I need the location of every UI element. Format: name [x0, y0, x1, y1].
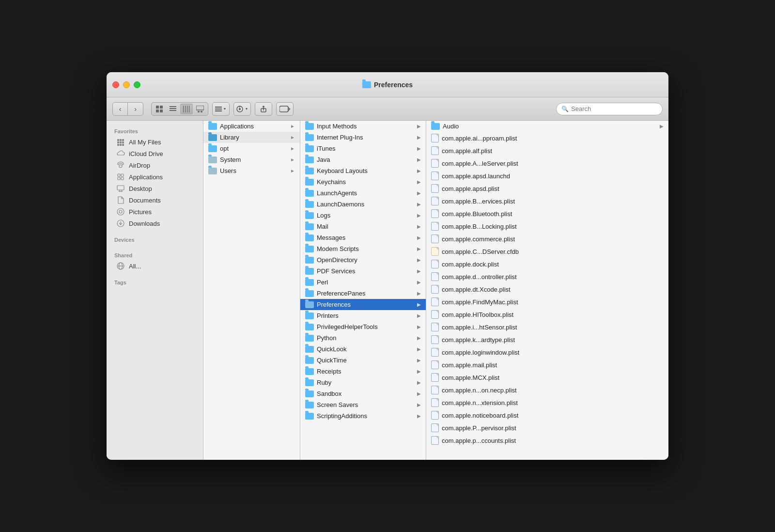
action-button[interactable] — [233, 102, 251, 116]
col1-item-system[interactable]: System ► — [203, 154, 300, 165]
column-1: Applications ► Library ► opt ► System ► — [203, 121, 300, 460]
col3-item-label: com.apple.n...on.necp.plist — [442, 387, 664, 394]
col2-item[interactable]: iTunes▶ — [300, 143, 426, 154]
col2-item[interactable]: Java▶ — [300, 154, 426, 165]
col2-item-label: Screen Savers — [317, 401, 417, 408]
back-button[interactable]: ‹ — [112, 102, 128, 116]
col2-item[interactable]: Preferences▶ — [300, 299, 426, 310]
col3-item[interactable]: com.apple.ai...pproam.plist — [426, 132, 668, 144]
col3-item[interactable]: com.apple.C...DServer.cfdb — [426, 245, 668, 258]
col2-item[interactable]: Screen Savers▶ — [300, 399, 426, 410]
col2-item[interactable]: PrivilegedHelperTools▶ — [300, 321, 426, 332]
col3-item[interactable]: Audio▶ — [426, 121, 668, 132]
col2-item[interactable]: PDF Services▶ — [300, 266, 426, 277]
col3-item[interactable]: com.apple.p...ccounts.plist — [426, 434, 668, 447]
list-view-button[interactable] — [167, 104, 179, 114]
col2-item[interactable]: Receipts▶ — [300, 366, 426, 377]
col3-item[interactable]: com.apple.B...Locking.plist — [426, 220, 668, 233]
traffic-lights — [112, 81, 140, 88]
svg-rect-40 — [117, 186, 124, 190]
col3-item[interactable]: com.apple.d...ontroller.plist — [426, 270, 668, 283]
sidebar-item-pictures[interactable]: Pictures — [108, 206, 201, 218]
folder-icon — [305, 156, 314, 163]
col3-item[interactable]: com.apple.FindMyMac.plist — [426, 296, 668, 308]
col2-item[interactable]: Sandbox▶ — [300, 388, 426, 399]
col2-item[interactable]: LaunchAgents▶ — [300, 188, 426, 199]
col2-item[interactable]: Messages▶ — [300, 232, 426, 243]
downloads-icon — [116, 219, 125, 228]
arrow-icon: ▶ — [417, 402, 421, 407]
sidebar-item-all[interactable]: All... — [108, 260, 201, 272]
folder-icon — [305, 235, 314, 241]
col3-item[interactable]: com.apple.dt.Xcode.plist — [426, 283, 668, 296]
col1-item-library[interactable]: Library ► — [203, 132, 300, 143]
col3-item[interactable]: com.apple.MCX.plist — [426, 371, 668, 384]
forward-button[interactable]: › — [128, 102, 143, 116]
col2-item[interactable]: Keychains▶ — [300, 176, 426, 188]
col3-item[interactable]: com.apple.HIToolbox.plist — [426, 308, 668, 321]
folder-icon — [305, 368, 314, 375]
folder-icon — [305, 257, 314, 264]
col2-item[interactable]: Internet Plug-Ins▶ — [300, 132, 426, 143]
col2-item[interactable]: Logs▶ — [300, 210, 426, 221]
col3-item[interactable]: com.apple.i...htSensor.plist — [426, 321, 668, 333]
col3-item[interactable]: com.apple.mail.plist — [426, 359, 668, 371]
col3-item[interactable]: com.apple.dock.plist — [426, 258, 668, 270]
col3-item[interactable]: com.apple.apsd.plist — [426, 182, 668, 195]
col2-item[interactable]: Python▶ — [300, 332, 426, 344]
col3-item[interactable]: com.apple.noticeboard.plist — [426, 409, 668, 422]
svg-rect-37 — [121, 174, 124, 176]
col3-item[interactable]: com.apple.Bluetooth.plist — [426, 207, 668, 220]
sidebar-item-all-my-files[interactable]: All My Files — [108, 136, 201, 148]
col2-item[interactable]: Modem Scripts▶ — [300, 243, 426, 254]
share-button[interactable] — [255, 102, 272, 116]
search-input[interactable] — [571, 105, 657, 112]
icon-view-button[interactable] — [153, 104, 166, 114]
col2-item[interactable]: QuickTime▶ — [300, 355, 426, 366]
col3-item[interactable]: com.apple.loginwindow.plist — [426, 346, 668, 359]
file-icon — [431, 423, 439, 432]
col2-item[interactable]: Ruby▶ — [300, 377, 426, 388]
col2-item[interactable]: Mail▶ — [300, 221, 426, 232]
col2-item[interactable]: Perl▶ — [300, 277, 426, 288]
col3-item[interactable]: com.apple.apsd.launchd — [426, 170, 668, 182]
col2-item[interactable]: Input Methods▶ — [300, 121, 426, 132]
sidebar-item-airdrop[interactable]: AirDrop — [108, 159, 201, 171]
sidebar-item-icloud[interactable]: iCloud Drive — [108, 148, 201, 159]
search-box[interactable]: 🔍 — [556, 103, 663, 115]
file-icon — [431, 247, 439, 256]
gallery-view-button[interactable] — [194, 104, 206, 114]
col3-item[interactable]: com.apple.A...leServer.plist — [426, 157, 668, 170]
column-view-button[interactable] — [180, 104, 193, 114]
col2-item[interactable]: OpenDirectory▶ — [300, 254, 426, 266]
sidebar-item-applications[interactable]: Applications — [108, 171, 201, 183]
col2-item-label: Preferences — [317, 301, 417, 308]
close-button[interactable] — [112, 81, 119, 88]
col2-item[interactable]: Printers▶ — [300, 310, 426, 321]
sidebar-item-documents[interactable]: Documents — [108, 194, 201, 206]
col3-item[interactable]: com.apple.B...ervices.plist — [426, 195, 668, 207]
tag-button[interactable] — [276, 102, 294, 116]
col2-item[interactable]: QuickLook▶ — [300, 344, 426, 355]
col3-item[interactable]: com.apple.alf.plist — [426, 144, 668, 157]
col1-item-users[interactable]: Users ► — [203, 165, 300, 176]
col2-item[interactable]: Keyboard Layouts▶ — [300, 165, 426, 176]
col2-item[interactable]: ScriptingAdditions▶ — [300, 410, 426, 422]
col3-item[interactable]: com.apple.n...xtension.plist — [426, 396, 668, 409]
minimize-button[interactable] — [123, 81, 130, 88]
col2-item[interactable]: PreferencePanes▶ — [300, 288, 426, 299]
col2-item-label: Sandbox — [317, 390, 417, 397]
col3-item[interactable]: com.apple.P...pervisor.plist — [426, 422, 668, 434]
sidebar-item-downloads[interactable]: Downloads — [108, 218, 201, 229]
col3-item[interactable]: com.apple.n...on.necp.plist — [426, 384, 668, 396]
col2-item[interactable]: LaunchDaemons▶ — [300, 199, 426, 210]
folder-icon — [305, 123, 314, 130]
col3-item[interactable]: com.apple.k...ardtype.plist — [426, 333, 668, 346]
arrange-button[interactable] — [212, 102, 230, 116]
globe-icon — [116, 262, 125, 270]
col1-item-opt[interactable]: opt ► — [203, 143, 300, 154]
col1-item-applications[interactable]: Applications ► — [203, 121, 300, 132]
col3-item[interactable]: com.apple.commerce.plist — [426, 233, 668, 245]
maximize-button[interactable] — [134, 81, 140, 88]
sidebar-item-desktop[interactable]: Desktop — [108, 183, 201, 194]
